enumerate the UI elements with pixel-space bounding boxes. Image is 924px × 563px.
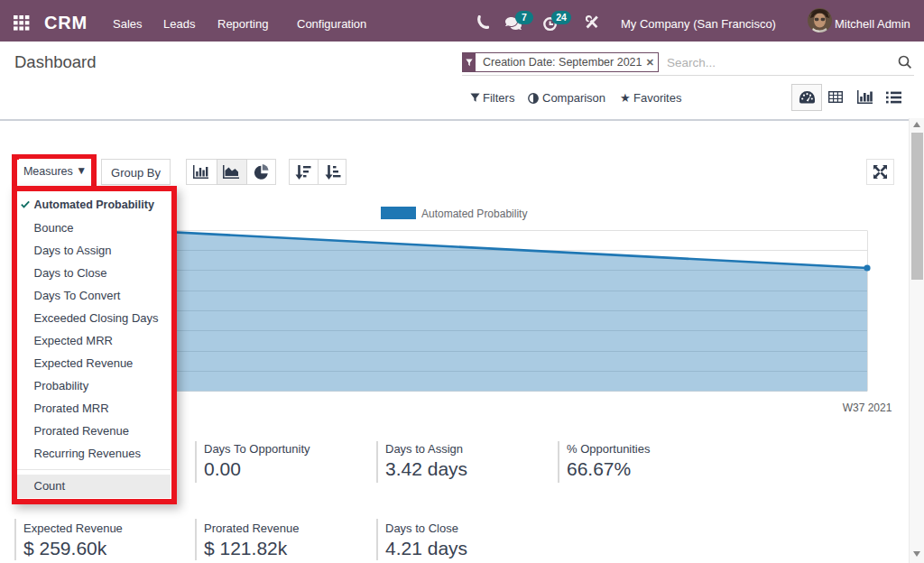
svg-text:W37 2021: W37 2021 [843,401,892,414]
svg-text:Automated Probability: Automated Probability [421,208,527,220]
